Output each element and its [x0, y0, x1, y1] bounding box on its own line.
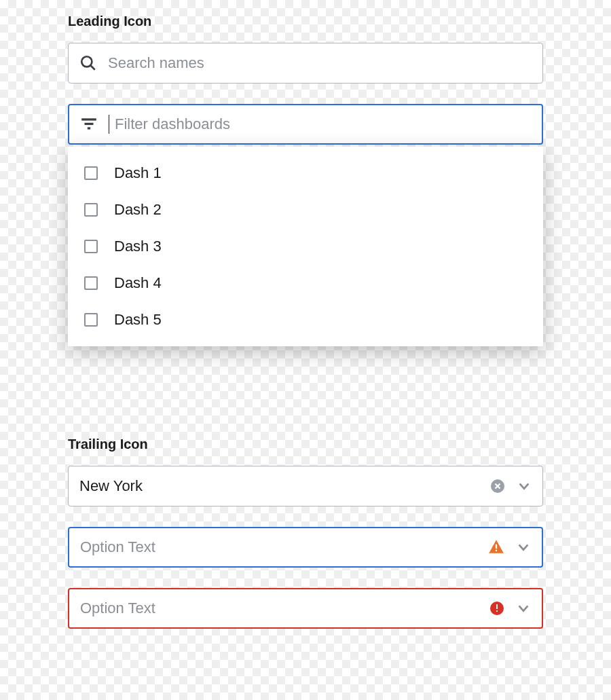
filter-option[interactable]: Dash 2: [68, 191, 543, 228]
checkbox-icon[interactable]: [84, 313, 98, 327]
filter-option[interactable]: Dash 1: [68, 155, 543, 191]
svg-line-1: [91, 66, 95, 70]
leading-icon-heading: Leading Icon: [68, 14, 543, 29]
city-select-field[interactable]: New York: [68, 466, 543, 506]
trailing-icon-heading: Trailing Icon: [68, 437, 543, 452]
svg-rect-11: [496, 604, 498, 609]
search-names-field[interactable]: [68, 43, 543, 84]
error-icon: [489, 600, 505, 616]
option-select-placeholder: Option Text: [80, 600, 478, 617]
chevron-down-icon[interactable]: [516, 601, 531, 616]
filter-options-dropdown: Dash 1 Dash 2 Dash 3 Dash 4 Dash 5: [68, 147, 543, 346]
svg-rect-2: [81, 118, 96, 120]
clear-icon[interactable]: [489, 478, 506, 494]
filter-option[interactable]: Dash 4: [68, 265, 543, 301]
text-cursor: [109, 115, 109, 134]
filter-option-label: Dash 2: [114, 201, 162, 219]
filter-dashboards-field[interactable]: [68, 104, 543, 145]
option-select-error-field[interactable]: Option Text: [68, 588, 543, 629]
option-select-warning-field[interactable]: Option Text: [68, 527, 543, 568]
svg-rect-12: [496, 610, 498, 612]
checkbox-icon[interactable]: [84, 240, 98, 253]
checkbox-icon[interactable]: [84, 166, 98, 180]
checkbox-icon[interactable]: [84, 276, 98, 290]
filter-icon: [80, 115, 98, 133]
filter-option-label: Dash 3: [114, 238, 162, 255]
filter-option-label: Dash 5: [114, 311, 162, 329]
chevron-down-icon[interactable]: [517, 479, 532, 494]
svg-point-0: [81, 56, 92, 67]
svg-rect-4: [88, 127, 90, 129]
svg-rect-9: [496, 550, 497, 551]
filter-option-label: Dash 4: [114, 274, 162, 292]
chevron-down-icon[interactable]: [516, 540, 531, 555]
search-names-input[interactable]: [108, 54, 532, 72]
filter-option[interactable]: Dash 5: [68, 301, 543, 338]
search-icon: [79, 54, 97, 72]
option-select-placeholder: Option Text: [80, 538, 477, 556]
filter-option[interactable]: Dash 3: [68, 228, 543, 265]
filter-dashboards-input[interactable]: [115, 115, 531, 133]
svg-rect-3: [85, 123, 94, 125]
filter-option-label: Dash 1: [114, 164, 162, 182]
city-select-value: New York: [79, 477, 479, 495]
warning-icon: [487, 538, 505, 556]
svg-rect-8: [496, 545, 497, 549]
checkbox-icon[interactable]: [84, 203, 98, 217]
